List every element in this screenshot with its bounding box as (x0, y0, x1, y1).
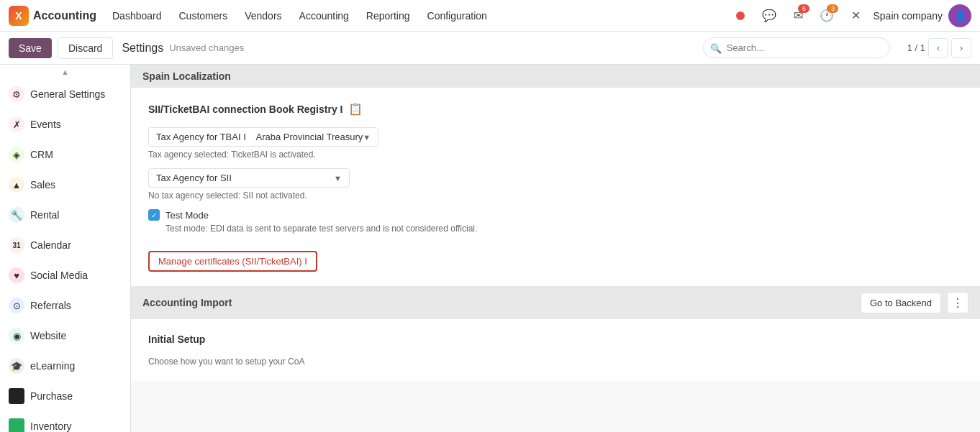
sidebar-label-inventory: Inventory (30, 420, 72, 432)
kebab-icon: ⋮ (952, 296, 963, 310)
app-logo[interactable]: X Accounting (9, 6, 96, 26)
search-bar: 🔍 (703, 37, 890, 58)
tax-agency-tbai-label-text: Tax Agency for TBAI I Araba Provincial T… (156, 132, 363, 142)
sidebar-item-crm[interactable]: ◈ CRM (0, 139, 130, 170)
sidebar-item-social-media[interactable]: ♥ Social Media (0, 260, 130, 290)
toolbar: Save Discard Settings Unsaved changes 🔍 … (0, 32, 980, 65)
notification-dot-icon (736, 12, 745, 20)
tax-agency-sii-hint: No tax agency selected: SII not activate… (148, 190, 963, 201)
spain-localization-section: Spain Localization SII/TicketBAI connect… (131, 65, 980, 286)
nav-item-dashboard[interactable]: Dashboard (105, 6, 169, 26)
sidebar-item-events[interactable]: ✗ Events (0, 109, 130, 139)
main-layout: ▲ ⚙ General Settings ✗ Events ◈ CRM ▲ Sa… (0, 65, 980, 432)
tax-agency-tbai-field: Tax Agency for TBAI I Araba Provincial T… (148, 127, 963, 160)
activity-badge: 3 (827, 4, 838, 13)
test-mode-hint: Test mode: EDI data is sent to separate … (165, 224, 963, 234)
sidebar-label-crm: CRM (30, 149, 53, 160)
spain-localization-header: Spain Localization (131, 65, 980, 88)
initial-setup-title: Initial Setup (148, 334, 963, 345)
elearning-icon: 🎓 (9, 358, 24, 374)
logo-icon: X (9, 6, 29, 26)
sidebar-item-referrals[interactable]: ⊙ Referrals (0, 290, 130, 321)
sidebar-label-general-settings: General Settings (30, 88, 105, 100)
sidebar-item-purchase[interactable]: Purchase (0, 381, 130, 411)
sidebar-label-calendar: Calendar (30, 239, 71, 251)
company-name[interactable]: Spain company (873, 10, 943, 22)
sidebar: ▲ ⚙ General Settings ✗ Events ◈ CRM ▲ Sa… (0, 65, 131, 432)
initial-setup-label: Initial Setup (148, 334, 205, 345)
test-mode-field: ✓ Test Mode Test mode: EDI data is sent … (148, 209, 963, 234)
messages-btn[interactable]: ✉ 6 (786, 4, 809, 27)
tax-agency-sii-select[interactable]: Tax Agency for SII ▼ (148, 168, 350, 188)
rental-icon: 🔧 (9, 207, 24, 223)
tax-agency-tbai-label: Tax Agency for TBAI I (156, 132, 246, 142)
spain-localization-title: Spain Localization (142, 70, 231, 82)
sidebar-scroll-up[interactable]: ▲ (0, 65, 130, 79)
sidebar-label-sales: Sales (30, 179, 55, 190)
settings-btn[interactable]: ✕ (844, 4, 867, 27)
notification-dot-btn[interactable] (729, 4, 752, 27)
sidebar-item-general-settings[interactable]: ⚙ General Settings (0, 79, 130, 109)
test-mode-checkbox[interactable]: ✓ (148, 209, 160, 221)
sidebar-item-rental[interactable]: 🔧 Rental (0, 200, 130, 230)
accounting-import-section: Accounting Import Go to Backend ⋮ Initia… (131, 286, 980, 381)
tax-agency-sii-select-wrapper: Tax Agency for SII ▼ (148, 168, 963, 188)
nav-item-accounting[interactable]: Accounting (292, 6, 356, 26)
kebab-menu-button[interactable]: ⋮ (947, 292, 968, 313)
search-icon: 🔍 (710, 42, 722, 53)
settings-icon: ⚙ (9, 86, 24, 102)
discard-button[interactable]: Discard (58, 37, 113, 59)
sidebar-item-inventory[interactable]: Inventory (0, 411, 130, 432)
crm-icon: ◈ (9, 147, 24, 162)
nav-item-vendors[interactable]: Vendors (237, 6, 289, 26)
initial-setup-hint: Choose how you want to setup your CoA (148, 357, 963, 367)
tax-agency-tbai-select-wrapper: Tax Agency for TBAI I Araba Provincial T… (148, 127, 963, 147)
nav-item-customers[interactable]: Customers (172, 6, 235, 26)
next-page-button[interactable]: › (951, 38, 971, 58)
app-title: Accounting (33, 9, 96, 22)
content-area: Spain Localization SII/TicketBAI connect… (131, 65, 980, 432)
pagination: 1 / 1 ‹ › (907, 38, 971, 58)
tax-agency-sii-field: Tax Agency for SII ▼ No tax agency selec… (148, 168, 963, 201)
prev-page-button[interactable]: ‹ (928, 38, 948, 58)
tax-agency-tbai-select[interactable]: Tax Agency for TBAI I Araba Provincial T… (148, 127, 378, 147)
events-icon: ✗ (9, 116, 24, 132)
go-to-backend-button[interactable]: Go to Backend (861, 293, 941, 313)
unsaved-indicator: Unsaved changes (169, 42, 244, 53)
accounting-import-body: Initial Setup Choose how you want to set… (131, 319, 980, 381)
sidebar-label-events: Events (30, 119, 61, 130)
page-info: 1 / 1 (907, 42, 925, 53)
nav-item-reporting[interactable]: Reporting (359, 6, 417, 26)
top-navigation: X Accounting Dashboard Customers Vendors… (0, 0, 980, 32)
chat-btn[interactable]: 💬 (758, 4, 781, 27)
purchase-icon (9, 388, 24, 404)
chat-icon: 💬 (762, 9, 776, 22)
accounting-import-title: Accounting Import (142, 297, 232, 308)
sidebar-item-website[interactable]: ◉ Website (0, 321, 130, 351)
inventory-icon (9, 418, 24, 432)
test-mode-label: Test Mode (165, 210, 209, 221)
referrals-icon: ⊙ (9, 298, 24, 313)
sidebar-label-rental: Rental (30, 209, 59, 221)
user-avatar[interactable]: 👤 (948, 4, 971, 27)
sidebar-item-elearning[interactable]: 🎓 eLearning (0, 351, 130, 381)
avatar-image: 👤 (954, 10, 966, 22)
settings-title: Settings (122, 42, 163, 55)
test-mode-checkbox-row: ✓ Test Mode (148, 209, 963, 221)
activity-btn[interactable]: 🕐 3 (815, 4, 838, 27)
tax-agency-tbai-hint: Tax agency selected: TicketBAI is activa… (148, 150, 963, 160)
calendar-icon: 31 (9, 237, 24, 253)
sidebar-label-website: Website (30, 330, 66, 341)
messages-badge: 6 (798, 4, 809, 13)
website-icon: ◉ (9, 328, 24, 344)
search-input[interactable] (703, 37, 890, 58)
save-button[interactable]: Save (9, 38, 52, 58)
tax-agency-tbai-value: Araba Provincial Treasury (256, 132, 363, 142)
sales-icon: ▲ (9, 177, 24, 193)
sidebar-item-calendar[interactable]: 31 Calendar (0, 230, 130, 260)
nav-item-configuration[interactable]: Configuration (420, 6, 494, 26)
sidebar-item-sales[interactable]: ▲ Sales (0, 170, 130, 200)
sidebar-label-referrals: Referrals (30, 300, 71, 311)
manage-certificates-button[interactable]: Manage certificates (SII/TicketBAI) I (148, 251, 317, 272)
tax-agency-sii-label-text: Tax Agency for SII (156, 173, 232, 183)
